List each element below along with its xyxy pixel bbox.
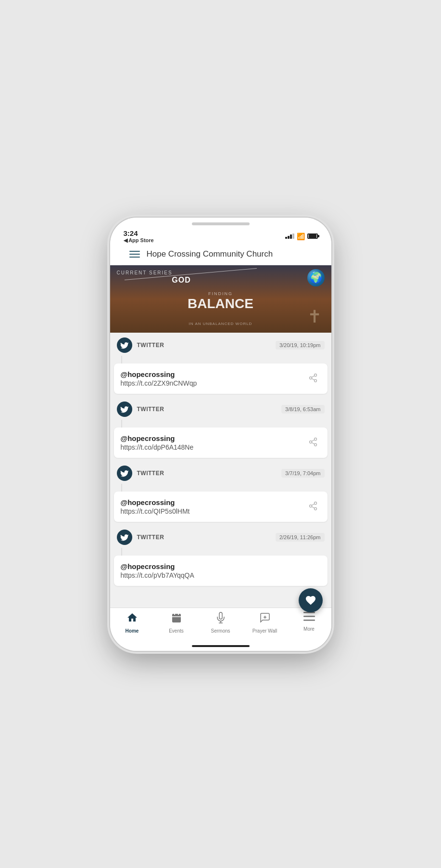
banner-globe-icon: 🌍 — [307, 269, 325, 286]
signal-bar-4 — [292, 233, 294, 239]
share-button-3[interactable] — [305, 498, 321, 514]
tweet-card-2[interactable]: @hopecrossing https://t.co/dpP6A148Ne — [114, 428, 328, 458]
banner-current-series-label: CURRENT SERIES — [117, 270, 173, 275]
tab-prayer-wall[interactable]: Prayer Wall — [243, 612, 287, 634]
signal-bar-2 — [288, 236, 290, 239]
tweet-link-2[interactable]: https://t.co/dpP6A148Ne — [121, 443, 301, 451]
tweet-link-1[interactable]: https://t.co/2ZX9nCNWqp — [121, 379, 301, 387]
share-button-1[interactable] — [305, 370, 321, 386]
banner-balance-label: BALANCE — [188, 297, 253, 311]
wifi-icon: 📶 — [297, 233, 305, 240]
tweet-card-1[interactable]: @hopecrossing https://t.co/2ZX9nCNWqp — [114, 363, 328, 394]
status-bar: 3:24 ◀ App Store 📶 — [122, 229, 320, 244]
home-indicator-area — [110, 643, 331, 651]
hamburger-line-1 — [129, 251, 140, 252]
sermons-icon — [215, 612, 227, 626]
tab-home-label: Home — [126, 628, 139, 634]
tweet-link-4[interactable]: https://t.co/pVb7AYqqQA — [121, 571, 321, 579]
tweet-entry-3: TWITTER 3/7/19, 7:04pm @hopecrossing htt… — [114, 461, 328, 522]
tab-prayer-wall-label: Prayer Wall — [252, 628, 277, 634]
tweet-source-4: TWITTER — [137, 534, 271, 541]
signal-bar-3 — [290, 234, 292, 239]
tweet-content-3: @hopecrossing https://t.co/QIP5s0lHMt — [121, 498, 301, 515]
tab-more-label: More — [303, 626, 315, 632]
battery-fill — [309, 234, 316, 238]
more-icon — [303, 612, 315, 624]
tweet-handle-4: @hopecrossing — [121, 562, 321, 570]
status-area: 3:24 ◀ App Store 📶 — [110, 218, 331, 265]
tweet-content-4: @hopecrossing https://t.co/pVb7AYqqQA — [121, 562, 321, 579]
tweet-feed: TWITTER 3/20/19, 10:19pm @hopecrossing h… — [110, 333, 331, 586]
hamburger-line-3 — [129, 257, 140, 258]
status-time: 3:24 — [124, 229, 154, 237]
battery-icon — [307, 233, 318, 239]
tweet-entry-2: TWITTER 3/8/19, 6:53am @hopecrossing htt… — [114, 397, 328, 458]
timeline-connector-3 — [121, 484, 122, 492]
header-bar: Hope Crossing Community Church — [122, 245, 320, 265]
timeline-connector-4 — [121, 548, 122, 556]
tweet-header-3: TWITTER 3/7/19, 7:04pm — [114, 461, 328, 484]
svg-rect-10 — [303, 620, 315, 621]
twitter-avatar-4 — [117, 530, 132, 545]
banner-finding-label: FINDING — [208, 291, 233, 296]
tweet-source-2: TWITTER — [137, 406, 277, 413]
hamburger-line-2 — [129, 254, 140, 255]
banner-subtitle-label: IN AN UNBALANCED WORLD — [189, 322, 252, 326]
tweet-content-2: @hopecrossing https://t.co/dpP6A148Ne — [121, 434, 301, 451]
tweet-handle-3: @hopecrossing — [121, 498, 301, 506]
tweet-entry-4: TWITTER 2/26/19, 11:26pm @hopecrossing h… — [114, 525, 328, 586]
tab-home[interactable]: Home — [110, 612, 154, 634]
tweet-header-2: TWITTER 3/8/19, 6:53am — [114, 397, 328, 420]
status-icons: 📶 — [285, 233, 318, 240]
tweet-card-4[interactable]: @hopecrossing https://t.co/pVb7AYqqQA — [114, 556, 328, 586]
tweet-handle-2: @hopecrossing — [121, 434, 301, 442]
tweet-source-3: TWITTER — [137, 470, 277, 477]
fab-like-button[interactable] — [299, 588, 323, 612]
main-content: CURRENT SERIES 🌍 GOD FINDING BALANCE IN … — [110, 265, 331, 608]
tweet-header-4: TWITTER 2/26/19, 11:26pm — [114, 525, 328, 548]
tweet-timestamp-3: 3/7/19, 7:04pm — [281, 469, 324, 478]
status-left: 3:24 ◀ App Store — [124, 229, 154, 244]
tab-sermons[interactable]: Sermons — [199, 612, 243, 634]
tweet-source-1: TWITTER — [137, 342, 271, 349]
twitter-avatar-3 — [117, 466, 132, 481]
prayer-wall-icon — [259, 612, 271, 626]
tab-bar: Home Events Sermons Prayer Wall More — [110, 608, 331, 643]
phone-shell: 3:24 ◀ App Store 📶 — [110, 218, 331, 651]
svg-rect-9 — [303, 616, 315, 617]
share-button-2[interactable] — [305, 434, 321, 450]
tweet-timestamp-2: 3/8/19, 6:53am — [281, 405, 324, 414]
home-indicator — [192, 645, 250, 647]
events-icon — [171, 612, 182, 626]
tab-events[interactable]: Events — [154, 612, 199, 634]
tweet-entry-1: TWITTER 3/20/19, 10:19pm @hopecrossing h… — [114, 333, 328, 394]
banner-god-label: GOD — [172, 276, 190, 285]
status-back[interactable]: ◀ App Store — [124, 237, 154, 244]
tweet-content-1: @hopecrossing https://t.co/2ZX9nCNWqp — [121, 370, 301, 387]
tab-more[interactable]: More — [287, 612, 331, 634]
tweet-header-1: TWITTER 3/20/19, 10:19pm — [114, 333, 328, 356]
timeline-connector-1 — [121, 356, 122, 363]
tweet-timestamp-4: 2/26/19, 11:26pm — [276, 533, 325, 542]
banner-image: CURRENT SERIES 🌍 GOD FINDING BALANCE IN … — [110, 265, 331, 333]
tweet-handle-1: @hopecrossing — [121, 370, 301, 378]
home-icon — [126, 612, 138, 626]
signal-bar-1 — [285, 237, 287, 239]
tab-sermons-label: Sermons — [211, 628, 230, 634]
timeline-connector-2 — [121, 420, 122, 428]
notch — [192, 222, 250, 225]
twitter-avatar-2 — [117, 402, 132, 417]
twitter-avatar-1 — [117, 337, 132, 353]
signal-bars — [285, 233, 294, 239]
banner-title-area: FINDING BALANCE — [188, 297, 253, 311]
app-title: Hope Crossing Community Church — [147, 249, 273, 259]
tweet-card-3[interactable]: @hopecrossing https://t.co/QIP5s0lHMt — [114, 492, 328, 522]
tweet-link-3[interactable]: https://t.co/QIP5s0lHMt — [121, 507, 301, 515]
tab-events-label: Events — [169, 628, 184, 634]
tweet-timestamp-1: 3/20/19, 10:19pm — [276, 341, 325, 350]
svg-rect-0 — [172, 614, 181, 622]
banner-cross-icon: ✝ — [307, 307, 322, 327]
menu-button[interactable] — [129, 251, 140, 258]
